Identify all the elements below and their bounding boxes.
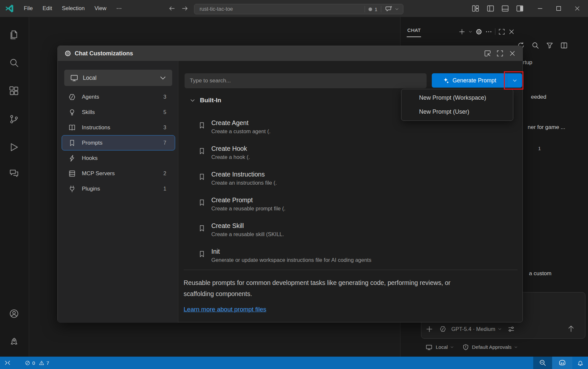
chat-expand-icon[interactable] (498, 28, 505, 35)
nav-item-plugins[interactable]: Plugins1 (62, 181, 175, 196)
dialog-expand-icon[interactable] (496, 50, 504, 57)
menu-selection[interactable]: Selection (57, 0, 90, 17)
generate-prompt-button[interactable]: Generate Prompt (432, 73, 507, 88)
activity-extensions-button[interactable] (9, 86, 20, 96)
nav-item-count: 3 (163, 94, 166, 100)
menu-item-new-prompt-workspace[interactable]: New Prompt (Workspace) (401, 91, 513, 105)
tools-sliders-icon[interactable] (507, 325, 515, 333)
chat-text-fragment: eeded (531, 94, 546, 100)
activity-account-button[interactable] (9, 309, 20, 319)
warning-count: 7 (46, 360, 49, 366)
workspace-title: rust-tic-tac-toe (194, 6, 365, 12)
server-icon (68, 170, 76, 177)
chevron-down-icon[interactable] (395, 7, 399, 11)
bookmark-icon (198, 199, 206, 206)
activity-source-control-button[interactable] (9, 114, 20, 125)
chat-text-fragment: a custom (529, 270, 551, 277)
chat-panel-actions (459, 27, 515, 36)
activity-comments-button[interactable] (9, 168, 20, 179)
builtin-item-init[interactable]: InitGenerate or update workspace instruc… (198, 247, 511, 266)
chat-chevron-down-icon[interactable] (468, 30, 473, 34)
chat-toolbar-filter-icon[interactable] (546, 42, 553, 49)
menu-file[interactable]: File (19, 0, 38, 17)
command-center-search[interactable]: rust-tic-tac-toe 1 (194, 4, 403, 14)
chat-ellipsis-icon[interactable] (485, 28, 492, 35)
history-nav (168, 0, 188, 17)
dialog-pointer-box-icon[interactable] (484, 50, 491, 57)
nav-item-count: 7 (163, 140, 166, 146)
scope-picker[interactable]: Local (436, 344, 448, 350)
chat-close-icon[interactable] (508, 28, 515, 35)
chevron-down-icon[interactable] (514, 345, 518, 349)
window-minimize-icon[interactable] (537, 5, 543, 12)
chat-customizations-dialog: Chat Customizations Local Agents3Skills5… (57, 46, 523, 322)
zoom-out-status[interactable] (533, 357, 552, 369)
plug-icon (68, 185, 76, 193)
builtin-item-title: Init (211, 247, 511, 256)
builtin-item-description: Create a hook (. (211, 153, 511, 161)
dialog-close-icon[interactable] (509, 50, 516, 57)
menu-view[interactable]: View (90, 0, 112, 17)
builtin-item-title: Create Hook (211, 144, 511, 153)
nav-item-prompts[interactable]: Prompts7 (62, 135, 175, 150)
comments-icon (9, 168, 19, 178)
model-picker[interactable]: GPT-5.4 · Medium (451, 326, 495, 332)
nav-item-mcp-servers[interactable]: MCP Servers2 (62, 166, 175, 181)
activity-rocket-button[interactable] (9, 337, 20, 348)
chat-sparkle-icon[interactable] (385, 5, 393, 13)
nav-item-instructions[interactable]: Instructions3 (62, 120, 175, 135)
dialog-header-actions (484, 46, 516, 61)
builtin-item-description: Create an instructions file (. (211, 179, 511, 187)
title-bar: FileEditSelectionView rust-tic-tac-toe 1 (0, 0, 588, 17)
chat-toolbar-search-icon[interactable] (532, 42, 539, 49)
chat-gear-icon[interactable] (475, 28, 482, 35)
learn-more-link[interactable]: Learn more about prompt files (184, 306, 266, 313)
chevron-down-icon[interactable] (498, 327, 502, 331)
activity-search-button[interactable] (9, 58, 20, 68)
window-close-icon[interactable] (574, 5, 580, 12)
nav-item-hooks[interactable]: Hooks (62, 150, 175, 166)
nav-item-count: 1 (163, 186, 166, 192)
search-input[interactable] (185, 73, 427, 88)
agent-mode-icon[interactable] (439, 325, 446, 333)
approvals-picker[interactable]: Default Approvals (472, 344, 512, 350)
chat-context-row: Local Default Approvals (426, 343, 518, 352)
monitor-icon (426, 344, 432, 351)
attach-context-icon[interactable] (426, 325, 433, 333)
back-arrow-icon[interactable] (168, 5, 175, 12)
menu-more[interactable] (111, 0, 127, 17)
activity-explorer-button[interactable] (9, 30, 20, 40)
chat-plus-icon[interactable] (459, 28, 465, 35)
menu-item-new-prompt-user[interactable]: New Prompt (User) (401, 105, 513, 119)
builtin-item-create-skill[interactable]: Create SkillCreate a reusable skill (SKI… (198, 221, 511, 240)
window-maximize-icon[interactable] (555, 5, 562, 12)
builtin-section-header[interactable]: Built-In (189, 97, 221, 104)
scope-select[interactable]: Local (64, 70, 172, 86)
builtin-item-create-hook[interactable]: Create HookCreate a hook (. (198, 144, 511, 163)
chevron-down-icon[interactable] (450, 345, 454, 349)
vscode-window: FileEditSelectionView rust-tic-tac-toe 1… (0, 0, 588, 369)
copilot-status[interactable] (552, 357, 572, 369)
notifications-status[interactable] (572, 357, 588, 369)
layout-grid-icon[interactable] (472, 5, 479, 12)
menu-edit[interactable]: Edit (38, 0, 57, 17)
forward-arrow-icon[interactable] (181, 5, 188, 12)
nav-item-skills[interactable]: Skills5 (62, 105, 175, 120)
builtin-item-create-instructions[interactable]: Create InstructionsCreate an instruction… (198, 170, 511, 189)
send-arrow-up-icon[interactable] (567, 324, 575, 333)
chevron-down-icon (189, 97, 196, 104)
tab-chat[interactable]: CHAT (407, 27, 421, 33)
layout-panel-icon[interactable] (501, 5, 509, 12)
problems-status[interactable]: 0 7 (25, 357, 49, 369)
search-icon (9, 58, 19, 68)
nav-item-agents[interactable]: Agents3 (62, 89, 175, 105)
chat-toolbar-split-icon[interactable] (560, 42, 568, 49)
builtin-item-create-prompt[interactable]: Create PromptCreate a reusable prompt fi… (198, 195, 511, 214)
bookmark-icon (198, 250, 206, 258)
layout-sidebar-right-icon[interactable] (516, 5, 524, 12)
remote-indicator-icon[interactable] (4, 359, 11, 366)
builtin-item-create-agent[interactable]: Create AgentCreate a custom agent (. (198, 118, 511, 137)
layout-sidebar-icon[interactable] (487, 5, 494, 12)
activity-bar (0, 17, 29, 357)
activity-debug-button[interactable] (9, 142, 20, 153)
